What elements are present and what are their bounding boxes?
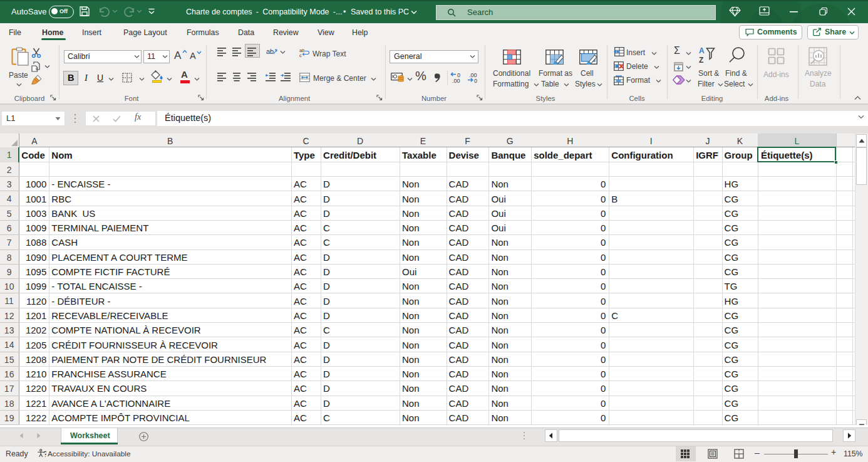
svg-text:c: c [299, 53, 302, 58]
svg-text:A: A [699, 46, 705, 55]
svg-text:ab: ab [266, 48, 274, 55]
svg-text:.00: .00 [452, 78, 460, 83]
svg-text:0: 0 [474, 78, 477, 83]
svg-text:Z: Z [699, 56, 703, 65]
